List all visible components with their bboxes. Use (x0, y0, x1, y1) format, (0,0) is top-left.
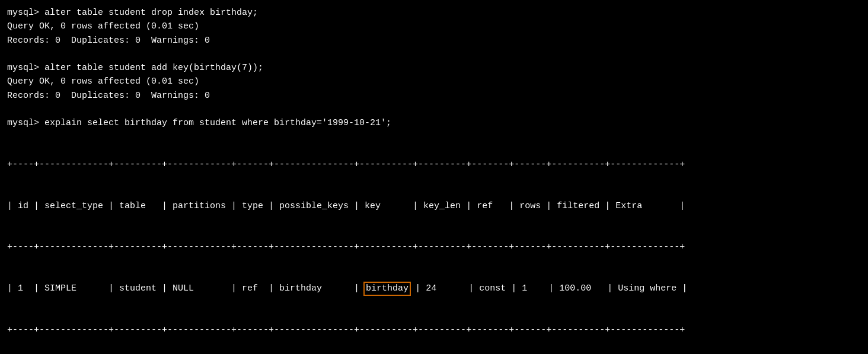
table1: +----+-------------+---------+----------… (7, 130, 861, 354)
cmd-line-2: mysql> alter table student add key(birth… (7, 61, 861, 75)
blank-1 (7, 47, 861, 61)
table1-divider-bot: +----+-------------+---------+----------… (7, 323, 861, 337)
ok-line-4: Records: 0 Duplicates: 0 Warnings: 0 (7, 89, 861, 103)
blank-2 (7, 103, 861, 116)
table1-header: | id | select_type | table | partitions … (7, 199, 861, 213)
ok-line-2: Records: 0 Duplicates: 0 Warnings: 0 (7, 34, 861, 47)
ok-line-1: Query OK, 0 rows affected (0.01 sec) (7, 20, 861, 33)
table1-row: | 1 | SIMPLE | student | NULL | ref | bi… (7, 282, 861, 296)
table1-divider-mid: +----+-------------+---------+----------… (7, 240, 861, 254)
cmd-line-1: mysql> alter table student drop index bi… (7, 6, 861, 20)
ok-line-3: Query OK, 0 rows affected (0.01 sec) (7, 75, 861, 88)
query1-cmd: mysql> explain select birthday from stud… (7, 116, 861, 130)
table1-divider-top: +----+-------------+---------+----------… (7, 158, 861, 171)
table1-key-highlight: birthday (363, 282, 411, 296)
terminal: mysql> alter table student drop index bi… (7, 6, 861, 354)
